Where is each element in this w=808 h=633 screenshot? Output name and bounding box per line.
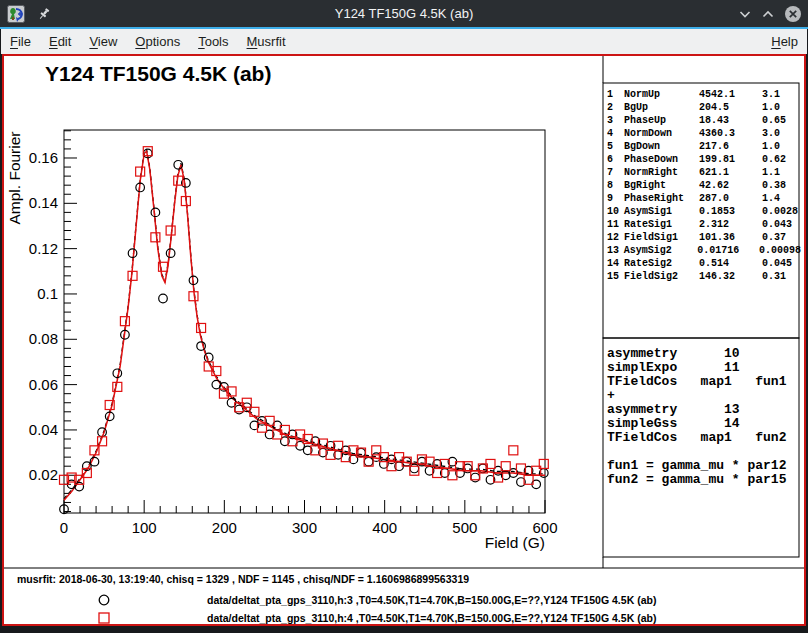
menu-item-musrfit[interactable]: Musrfit: [238, 29, 295, 54]
legend-circle-marker: [99, 595, 109, 605]
close-button[interactable]: [784, 5, 802, 23]
svg-text:0.1: 0.1: [37, 285, 58, 302]
svg-text:0.12: 0.12: [29, 240, 58, 257]
plot-title: Y124 TF150G 4.5K (ab): [45, 62, 271, 85]
data-point-square: [120, 317, 129, 326]
data-point-circle: [471, 473, 480, 482]
menu-item-tools[interactable]: Tools: [189, 29, 237, 54]
data-point-circle: [151, 208, 160, 217]
data-point-square: [136, 167, 145, 176]
svg-text:0.16: 0.16: [29, 149, 58, 166]
svg-text:500: 500: [452, 519, 477, 536]
theory-box: [603, 338, 799, 557]
data-point-square: [166, 226, 175, 235]
svg-text:0.02: 0.02: [29, 466, 58, 483]
pin-icon[interactable]: [37, 7, 51, 21]
window-title: Y124 TF150G 4.5K (ab): [0, 6, 808, 21]
menu-item-file[interactable]: File: [1, 29, 40, 54]
titlebar: Y124 TF150G 4.5K (ab): [0, 0, 808, 27]
fourier-plot: Y124 TF150G 4.5K (ab) Ampl. Fourier Fiel…: [4, 56, 804, 624]
y-axis-title: Ampl. Fourier: [6, 131, 23, 224]
app-icon[interactable]: [7, 5, 25, 23]
data-point-circle: [166, 249, 175, 258]
svg-text:0.04: 0.04: [29, 421, 58, 438]
svg-text:300: 300: [292, 519, 317, 536]
data-point-circle: [128, 249, 137, 258]
svg-text:100: 100: [132, 519, 157, 536]
svg-text:0: 0: [60, 519, 68, 536]
svg-text:400: 400: [372, 519, 397, 536]
data-point-square: [509, 446, 518, 455]
menubar: FileEditViewOptionsToolsMusrfitHelp: [1, 29, 807, 54]
data-point-circle: [75, 482, 84, 491]
parameter-box: [603, 83, 799, 338]
root-canvas: Y124 TF150G 4.5K (ab) Ampl. Fourier Fiel…: [2, 54, 806, 626]
svg-text:0.06: 0.06: [29, 376, 58, 393]
data-point-circle: [159, 294, 168, 303]
svg-text:0.08: 0.08: [29, 330, 58, 347]
menu-item-help[interactable]: Help: [762, 29, 807, 54]
data-point-circle: [98, 428, 107, 437]
data-points: [60, 147, 549, 514]
data-point-square: [113, 382, 122, 391]
menu-item-edit[interactable]: Edit: [40, 29, 80, 54]
maximize-button[interactable]: [761, 7, 775, 21]
minimize-button[interactable]: [738, 7, 752, 21]
legend-square-marker: [99, 613, 109, 623]
menu-item-view[interactable]: View: [80, 29, 126, 54]
menu-item-options[interactable]: Options: [126, 29, 189, 54]
data-point-circle: [204, 353, 213, 362]
data-point-square: [151, 233, 160, 242]
svg-text:0.14: 0.14: [29, 194, 58, 211]
x-axis-title: Field (G): [485, 534, 545, 551]
application-window: Y124 TF150G 4.5K (ab) FileEditViewOption…: [0, 0, 808, 633]
svg-text:200: 200: [212, 519, 237, 536]
svg-text:600: 600: [532, 519, 557, 536]
